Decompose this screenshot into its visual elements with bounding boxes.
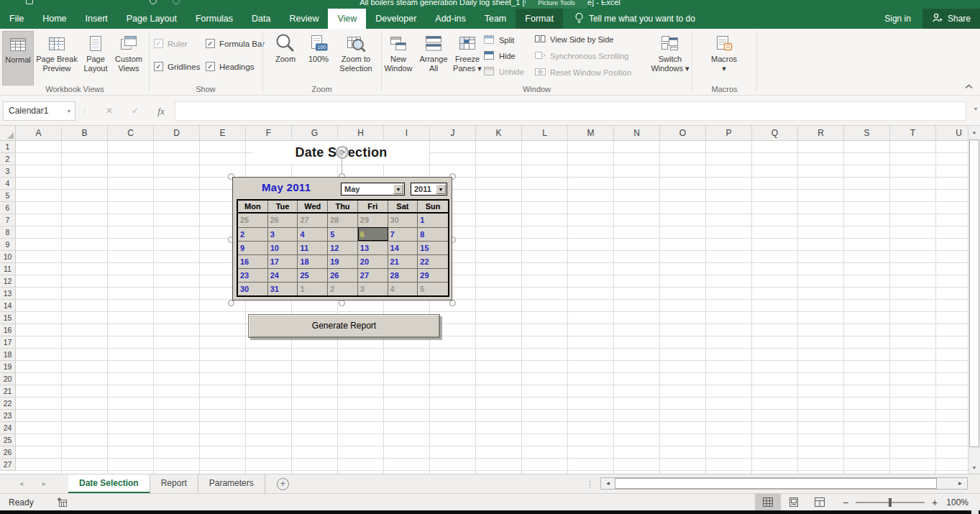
sheet-nav-right-icon[interactable]: ► bbox=[35, 474, 54, 493]
zoom-slider[interactable] bbox=[856, 502, 925, 503]
calendar-date-w5-d3[interactable]: 25 bbox=[298, 268, 328, 282]
scroll-left-icon[interactable]: ◄ bbox=[601, 478, 615, 489]
status-normal-view-button[interactable] bbox=[755, 494, 781, 511]
vertical-scrollbar[interactable]: ▲ ▼ bbox=[968, 126, 980, 474]
column-header-s[interactable]: S bbox=[844, 126, 890, 141]
formula-bar-checkbox[interactable]: ✓ Formula Bar bbox=[206, 39, 265, 48]
freeze-panes-button[interactable]: Freeze Panes ▾ bbox=[452, 31, 482, 86]
calendar-date-w5-d1[interactable]: 23 bbox=[238, 268, 268, 282]
ribbon-tab-data[interactable]: Data bbox=[242, 9, 280, 29]
custom-views-button[interactable]: Custom Views bbox=[111, 31, 146, 86]
row-header-17[interactable]: 17 bbox=[0, 336, 16, 349]
column-header-k[interactable]: K bbox=[476, 126, 522, 141]
ribbon-tab-add-ins[interactable]: Add-ins bbox=[426, 9, 475, 29]
macro-record-icon[interactable] bbox=[57, 497, 68, 508]
calendar-control[interactable]: May 2011 May ▼ 2011 ▼ MonTueWedThuFriSat… bbox=[232, 177, 452, 300]
page-break-preview-button[interactable]: Page Break Preview bbox=[35, 31, 79, 86]
zoom-out-icon[interactable]: − bbox=[843, 497, 848, 508]
hide-button[interactable]: Hide bbox=[482, 50, 516, 63]
calendar-date-w3-d5[interactable]: 13 bbox=[358, 241, 388, 254]
calendar-date-w1-d6[interactable]: 30 bbox=[388, 214, 418, 227]
select-all-corner[interactable] bbox=[0, 126, 16, 141]
calendar-date-w1-d1[interactable]: 25 bbox=[238, 214, 268, 227]
selection-handle-bottom-right[interactable] bbox=[449, 300, 456, 306]
column-header-d[interactable]: D bbox=[154, 126, 200, 141]
calendar-date-w5-d5[interactable]: 27 bbox=[358, 268, 388, 282]
sign-in-button[interactable]: Sign in bbox=[873, 9, 922, 29]
calendar-date-w4-d6[interactable]: 21 bbox=[388, 254, 418, 268]
switch-windows-button[interactable]: Switch Windows ▾ bbox=[651, 31, 690, 86]
rotate-handle[interactable]: ⟳ bbox=[336, 146, 349, 159]
calendar-date-w2-d7[interactable]: 8 bbox=[418, 227, 448, 241]
vertical-scrollbar-thumb[interactable] bbox=[969, 139, 979, 447]
row-header-19[interactable]: 19 bbox=[0, 361, 16, 373]
column-header-b[interactable]: B bbox=[62, 126, 108, 141]
sheet-tab-date-selection[interactable]: Date Selection bbox=[68, 474, 150, 493]
row-header-2[interactable]: 2 bbox=[0, 153, 16, 165]
row-header-5[interactable]: 5 bbox=[0, 190, 16, 202]
row-header-12[interactable]: 12 bbox=[0, 275, 16, 288]
zoom-in-icon[interactable]: + bbox=[932, 497, 938, 508]
calendar-date-w6-d6[interactable]: 4 bbox=[388, 282, 418, 295]
row-header-1[interactable]: 1 bbox=[0, 141, 16, 153]
calendar-date-w1-d7[interactable]: 1 bbox=[418, 214, 448, 227]
column-header-c[interactable]: C bbox=[108, 126, 154, 141]
calendar-date-w4-d1[interactable]: 16 bbox=[238, 254, 268, 268]
calendar-date-w6-d7[interactable]: 5 bbox=[418, 282, 448, 295]
row-header-7[interactable]: 7 bbox=[0, 214, 16, 226]
calendar-date-w6-d1[interactable]: 30 bbox=[238, 282, 268, 295]
calendar-date-w2-d3[interactable]: 4 bbox=[298, 227, 328, 241]
calendar-date-w4-d4[interactable]: 19 bbox=[328, 254, 358, 268]
row-header-25[interactable]: 25 bbox=[0, 434, 16, 446]
column-header-q[interactable]: Q bbox=[752, 126, 798, 141]
column-header-n[interactable]: N bbox=[614, 126, 660, 141]
collapse-ribbon-icon[interactable] bbox=[965, 79, 973, 92]
row-header-16[interactable]: 16 bbox=[0, 324, 16, 336]
calendar-date-w2-d2[interactable]: 3 bbox=[268, 227, 298, 241]
share-button[interactable]: Share bbox=[922, 9, 980, 29]
ribbon-tab-team[interactable]: Team bbox=[475, 9, 516, 29]
horizontal-scrollbar-track[interactable] bbox=[937, 478, 953, 489]
row-header-21[interactable]: 21 bbox=[0, 385, 16, 398]
month-dropdown[interactable]: May ▼ bbox=[341, 183, 405, 196]
column-header-e[interactable]: E bbox=[200, 126, 246, 141]
row-header-27[interactable]: 27 bbox=[0, 459, 16, 471]
zoom-100-button[interactable]: 100 100% bbox=[303, 31, 334, 86]
insert-function-button[interactable]: fx bbox=[150, 101, 173, 121]
calendar-date-w2-d6[interactable]: 7 bbox=[388, 227, 418, 241]
zoom-slider-thumb[interactable] bbox=[889, 498, 892, 507]
column-header-o[interactable]: O bbox=[660, 126, 706, 141]
headings-checkbox[interactable]: ✓ Headings bbox=[206, 62, 255, 71]
column-header-f[interactable]: F bbox=[246, 126, 292, 141]
column-header-j[interactable]: J bbox=[430, 126, 476, 141]
macros-button[interactable]: Macros ▾ bbox=[707, 31, 741, 86]
zoom-to-selection-button[interactable]: Zoom to Selection bbox=[334, 31, 377, 86]
calendar-date-w3-d6[interactable]: 14 bbox=[388, 241, 418, 254]
horizontal-scrollbar[interactable]: ◄ ► bbox=[600, 477, 968, 490]
row-header-8[interactable]: 8 bbox=[0, 226, 16, 239]
selection-handle-bottom-center[interactable] bbox=[339, 300, 345, 306]
row-header-26[interactable]: 26 bbox=[0, 446, 16, 459]
calendar-date-w1-d4[interactable]: 28 bbox=[328, 214, 358, 227]
column-header-r[interactable]: R bbox=[798, 126, 844, 141]
calendar-date-w2-d1[interactable]: 2 bbox=[238, 227, 268, 241]
sheet-tab-report[interactable]: Report bbox=[150, 474, 198, 493]
column-header-a[interactable]: A bbox=[16, 126, 62, 141]
status-page-layout-button[interactable] bbox=[781, 494, 807, 511]
calendar-date-w1-d5[interactable]: 29 bbox=[358, 214, 388, 227]
row-header-6[interactable]: 6 bbox=[0, 202, 16, 214]
row-header-14[interactable]: 14 bbox=[0, 300, 16, 312]
cells-area[interactable] bbox=[16, 141, 968, 474]
column-header-l[interactable]: L bbox=[522, 126, 568, 141]
gridlines-checkbox[interactable]: ✓ Gridlines bbox=[154, 62, 200, 71]
calendar-date-w3-d4[interactable]: 12 bbox=[328, 241, 358, 254]
calendar-date-w3-d3[interactable]: 11 bbox=[298, 241, 328, 254]
row-header-13[interactable]: 13 bbox=[0, 288, 16, 300]
ribbon-tab-review[interactable]: Review bbox=[280, 9, 328, 29]
row-header-11[interactable]: 11 bbox=[0, 263, 16, 275]
ribbon-tab-page-layout[interactable]: Page Layout bbox=[117, 9, 186, 29]
sheet-tab-parameters[interactable]: Parameters bbox=[198, 474, 265, 493]
column-header-u[interactable]: U bbox=[936, 126, 968, 141]
column-header-i[interactable]: I bbox=[384, 126, 430, 141]
calendar-date-w3-d2[interactable]: 10 bbox=[268, 241, 298, 254]
